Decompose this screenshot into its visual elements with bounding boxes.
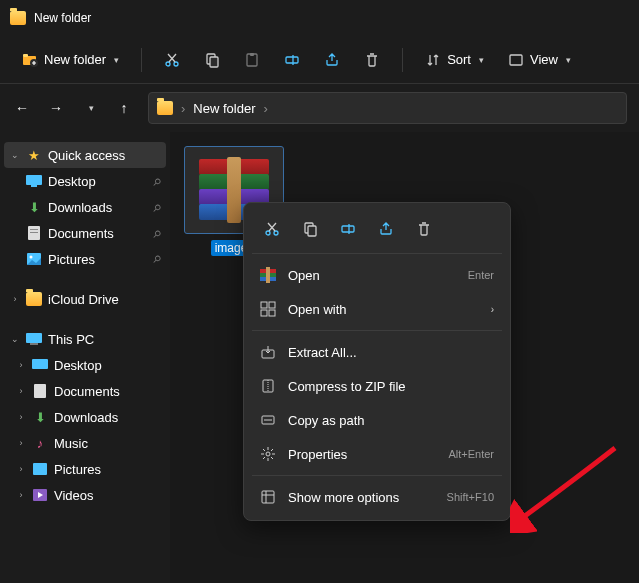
view-button[interactable]: View ▾ [498,46,581,74]
sidebar-label: Pictures [48,252,95,267]
properties-icon [260,446,276,462]
pin-icon: ⚲ [150,253,163,266]
ctx-label: Show more options [288,490,399,505]
ctx-compress[interactable]: Compress to ZIP file [250,369,504,403]
folder-icon [10,11,26,25]
sidebar-label: Documents [48,226,114,241]
sidebar-item-downloads[interactable]: › ⬇ Downloads [4,404,166,430]
sidebar-label: Downloads [48,200,112,215]
svg-rect-1 [23,54,28,57]
ctx-label: Open [288,268,320,283]
copy-button[interactable] [194,46,230,74]
ctx-delete-button[interactable] [408,213,440,245]
address-bar[interactable]: › New folder › [148,92,627,124]
titlebar: New folder [0,0,639,36]
sidebar-label: iCloud Drive [48,292,119,307]
zip-icon [260,378,276,394]
star-icon: ★ [26,147,42,163]
svg-point-17 [30,256,33,259]
sidebar-this-pc[interactable]: ⌄ This PC [4,326,166,352]
sidebar-quick-access[interactable]: ⌄ ★ Quick access [4,142,166,168]
ctx-open-with[interactable]: Open with › [250,292,504,326]
forward-button[interactable]: → [46,98,66,118]
copy-path-icon [260,412,276,428]
sidebar-label: This PC [48,332,94,347]
shortcut: Shift+F10 [447,491,494,503]
ctx-extract-all[interactable]: Extract All... [250,335,504,369]
ctx-rename-button[interactable] [332,213,364,245]
extract-icon [260,344,276,360]
svg-rect-10 [510,55,522,65]
back-button[interactable]: ← [12,98,32,118]
ctx-share-button[interactable] [370,213,402,245]
svg-point-4 [174,62,178,66]
sidebar-icloud[interactable]: › iCloud Drive [4,286,166,312]
rename-button[interactable] [274,46,310,74]
svg-rect-32 [266,267,270,283]
sort-button[interactable]: Sort ▾ [415,46,494,74]
chevron-right-icon: › [16,438,26,448]
chevron-down-icon: ▾ [114,55,119,65]
video-icon [32,487,48,503]
sidebar-label: Videos [54,488,94,503]
rename-icon [284,52,300,68]
svg-rect-27 [308,226,316,236]
sidebar: ⌄ ★ Quick access Desktop ⚲ ⬇ Downloads ⚲… [0,132,170,583]
svg-rect-11 [26,175,42,185]
sidebar-item-documents[interactable]: Documents ⚲ [4,220,166,246]
sidebar-item-downloads[interactable]: ⬇ Downloads ⚲ [4,194,166,220]
document-icon [26,225,42,241]
ctx-copy-button[interactable] [294,213,326,245]
view-label: View [530,52,558,67]
sidebar-item-desktop[interactable]: Desktop ⚲ [4,168,166,194]
chevron-right-icon: › [16,490,26,500]
svg-rect-18 [26,333,42,343]
ctx-show-more[interactable]: Show more options Shift+F10 [250,480,504,514]
svg-point-3 [166,62,170,66]
sidebar-item-documents[interactable]: › Documents [4,378,166,404]
share-button[interactable] [314,46,350,74]
separator [252,253,502,254]
ctx-properties[interactable]: Properties Alt+Enter [250,437,504,471]
shortcut: Alt+Enter [448,448,494,460]
up-button[interactable]: ↑ [114,98,134,118]
pin-icon: ⚲ [150,175,163,188]
music-icon: ♪ [32,435,48,451]
svg-rect-19 [30,343,38,345]
sidebar-item-pictures[interactable]: Pictures ⚲ [4,246,166,272]
sidebar-item-desktop[interactable]: › Desktop [4,352,166,378]
ctx-copy-path[interactable]: Copy as path [250,403,504,437]
sort-label: Sort [447,52,471,67]
view-icon [508,52,524,68]
sidebar-label: Desktop [48,174,96,189]
sidebar-item-pictures[interactable]: › Pictures [4,456,166,482]
pc-icon [26,331,42,347]
desktop-icon [32,357,48,373]
svg-rect-21 [34,384,46,398]
breadcrumb-item[interactable]: New folder [193,101,255,116]
separator [141,48,142,72]
chevron-right-icon: › [16,464,26,474]
ctx-cut-button[interactable] [256,213,288,245]
chevron-down-icon: ▾ [566,55,571,65]
delete-button[interactable] [354,46,390,74]
separator [402,48,403,72]
ctx-label: Compress to ZIP file [288,379,406,394]
new-folder-button[interactable]: New folder ▾ [12,46,129,74]
context-menu: Open Enter Open with › Extract All... Co… [243,202,511,521]
ctx-open[interactable]: Open Enter [250,258,504,292]
svg-point-24 [266,231,270,235]
paste-button[interactable] [234,46,270,74]
sidebar-item-music[interactable]: › ♪ Music [4,430,166,456]
pin-icon: ⚲ [150,201,163,214]
recent-button[interactable]: ▾ [80,98,100,118]
chevron-right-icon: › [16,386,26,396]
cut-button[interactable] [154,46,190,74]
new-folder-label: New folder [44,52,106,67]
sidebar-item-videos[interactable]: › Videos [4,482,166,508]
download-icon: ⬇ [26,199,42,215]
svg-rect-20 [32,359,48,369]
ctx-label: Properties [288,447,347,462]
share-icon [324,52,340,68]
sidebar-label: Quick access [48,148,125,163]
